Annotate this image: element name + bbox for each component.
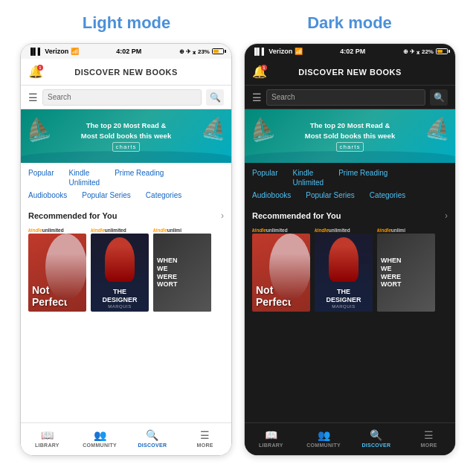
book-card-3-light[interactable]: kindleunlimi WHENWEWEREWORT	[153, 227, 211, 418]
nav-community-dark[interactable]: 👥 COMMUNITY	[298, 429, 350, 448]
more-label-light: MORE	[197, 443, 213, 448]
book-card-1-light[interactable]: kindleunlimited NotPerfect	[28, 227, 86, 418]
status-bar-light: ▐▌▌ Verizon 📶 4:02 PM ⊕ ✈ ⁎ 23%	[21, 44, 231, 59]
section-title-light: Recommended for You	[28, 211, 117, 220]
status-right-light: ⊕ ✈ ⁎ 23%	[179, 48, 224, 55]
library-icon-dark: 📖	[265, 429, 277, 441]
discover-icon-dark: 🔍	[370, 429, 382, 441]
section-title-dark: Recommended for You	[252, 211, 341, 220]
nav-discover-dark[interactable]: 🔍 DISCOVER	[350, 429, 403, 448]
cat-categories-dark[interactable]: Categories	[370, 190, 405, 200]
book-card-1-dark[interactable]: kindleunlimited NotPerfect	[252, 227, 310, 418]
status-left-light: ▐▌▌ Verizon 📶	[28, 48, 79, 55]
bottom-nav-light: 📖 LIBRARY 👥 COMMUNITY 🔍 DISCOVER ☰ MORE	[21, 422, 231, 455]
search-input-dark[interactable]: Search	[266, 89, 425, 106]
cat-prime-light[interactable]: Prime Reading	[115, 168, 164, 187]
notification-bell-dark[interactable]: 🔔 1	[252, 65, 267, 80]
search-button-light[interactable]: 🔍	[206, 89, 224, 106]
book-shelf-dark: kindleunlimited NotPerfect kindleunlim	[245, 224, 455, 422]
nav-library-light[interactable]: 📖 LIBRARY	[21, 429, 74, 448]
cat-kindle-dark[interactable]: KindleUnlimited	[292, 168, 324, 187]
carrier-light: Verizon	[45, 48, 68, 55]
kindle-badge-1-light: kindle	[28, 228, 42, 233]
banner-light[interactable]: ⛵ The top 20 Most Read & Most Sold books…	[21, 109, 231, 163]
more-icon-dark: ☰	[424, 429, 434, 441]
banner-deco-left-dark: ⛵	[245, 114, 277, 144]
section-header-dark: Recommended for You ›	[245, 206, 455, 224]
charts-logo-light: charts	[112, 142, 141, 152]
search-icon-light: 🔍	[210, 92, 221, 103]
signal-icon-dark: ▐▌▌	[252, 48, 266, 55]
cat-series-light[interactable]: Popular Series	[82, 190, 131, 200]
kindle-badge-2-light: kindle	[91, 228, 105, 233]
time-light: 4:02 PM	[116, 48, 141, 55]
cat-popular-dark[interactable]: Popular	[252, 168, 277, 187]
kindle-badge-3-light: kindle	[153, 228, 167, 233]
hamburger-icon-light[interactable]: ☰	[28, 91, 38, 103]
search-input-light[interactable]: Search	[42, 89, 202, 106]
search-bar-dark: ☰ Search 🔍	[245, 86, 455, 109]
book-card-2-light[interactable]: kindleunlimited THEDESIGNER MARQUIS	[91, 227, 149, 418]
battery-icon-light	[212, 48, 224, 54]
top-nav-light: 🔔 1 DISCOVER NEW BOOKS	[21, 59, 231, 86]
cat-prime-dark[interactable]: Prime Reading	[338, 168, 387, 187]
book1-art-light: NotPerfect	[28, 234, 86, 312]
cat-row1-dark: Popular KindleUnlimited Prime Reading	[252, 168, 448, 187]
search-placeholder-light: Search	[48, 93, 71, 101]
chevron-right-light[interactable]: ›	[221, 210, 224, 221]
cat-kindle-light[interactable]: KindleUnlimited	[68, 168, 100, 187]
banner-inner-light: The top 20 Most Read & Most Sold books t…	[81, 120, 171, 152]
notification-badge-light: 1	[37, 65, 43, 71]
time-dark: 4:02 PM	[340, 48, 365, 55]
cat-row1-light: Popular KindleUnlimited Prime Reading	[28, 168, 224, 187]
wifi-icon-dark: 📶	[295, 48, 303, 55]
hamburger-icon-dark[interactable]: ☰	[252, 91, 262, 103]
book-card-3-dark[interactable]: kindleunlimi WHENWEWEREWORT	[377, 227, 435, 418]
library-label-dark: LIBRARY	[259, 443, 283, 448]
banner-wave-light	[21, 151, 231, 163]
search-placeholder-dark: Search	[271, 93, 295, 101]
cat-series-dark[interactable]: Popular Series	[306, 190, 355, 200]
book3-art-light: WHENWEWEREWORT	[153, 234, 211, 312]
wifi-icon-light: 📶	[71, 48, 79, 55]
nav-discover-light[interactable]: 🔍 DISCOVER	[126, 429, 179, 448]
community-label-light: COMMUNITY	[83, 443, 117, 448]
dark-mode-title: Dark mode	[245, 13, 454, 33]
book-cover-3-light: WHENWEWEREWORT	[153, 234, 211, 312]
banner-wave-dark	[245, 151, 455, 163]
banner-dark[interactable]: ⛵ The top 20 Most Read & Most Sold books…	[245, 109, 455, 163]
status-right-dark: ⊕ ✈ ⁎ 22%	[403, 48, 448, 55]
cat-audio-dark[interactable]: Audiobooks	[252, 190, 291, 200]
community-icon-dark: 👥	[318, 429, 330, 441]
nav-more-dark[interactable]: ☰ MORE	[402, 429, 455, 448]
cat-popular-light[interactable]: Popular	[28, 168, 54, 187]
banner-deco-right-light: ⛵	[199, 113, 229, 142]
library-icon-light: 📖	[41, 429, 54, 441]
light-phone: ▐▌▌ Verizon 📶 4:02 PM ⊕ ✈ ⁎ 23% 🔔 1	[20, 43, 232, 456]
chevron-right-dark[interactable]: ›	[445, 210, 448, 221]
nav-community-light[interactable]: 👥 COMMUNITY	[74, 429, 126, 448]
nav-library-dark[interactable]: 📖 LIBRARY	[245, 429, 298, 448]
signal-icon-light: ▐▌▌	[28, 48, 42, 55]
book-cover-1-dark: NotPerfect	[252, 234, 310, 312]
book-card-2-dark[interactable]: kindleunlimited THEDESIGNER MARQUIS	[315, 227, 373, 418]
discover-label-light: DISCOVER	[138, 443, 167, 448]
categories-dark: Popular KindleUnlimited Prime Reading Au…	[245, 163, 455, 206]
kindle-badge-1-dark: kindle	[252, 228, 266, 233]
bottom-nav-dark: 📖 LIBRARY 👥 COMMUNITY 🔍 DISCOVER ☰ MORE	[245, 422, 455, 455]
banner-text-light: The top 20 Most Read & Most Sold books t…	[81, 120, 171, 141]
search-button-dark[interactable]: 🔍	[430, 89, 448, 106]
cat-row2-light: Audiobooks Popular Series Categories	[28, 190, 224, 200]
search-icon-dark: 🔍	[434, 92, 445, 103]
cat-categories-light[interactable]: Categories	[146, 190, 181, 200]
nav-more-light[interactable]: ☰ MORE	[178, 429, 231, 448]
discover-icon-light: 🔍	[146, 429, 158, 441]
nav-title-light: DISCOVER NEW BOOKS	[74, 68, 178, 77]
status-bar-dark: ▐▌▌ Verizon 📶 4:02 PM ⊕ ✈ ⁎ 22%	[245, 44, 455, 59]
bluetooth-icon-dark: ⊕ ✈ ⁎	[403, 48, 419, 55]
cat-audio-light[interactable]: Audiobooks	[28, 190, 67, 200]
kindle-badge-2-dark: kindle	[315, 228, 329, 233]
light-mode-title: Light mode	[22, 13, 231, 33]
book3-art-dark: WHENWEWEREWORT	[377, 234, 435, 312]
notification-bell-light[interactable]: 🔔 1	[28, 65, 43, 80]
